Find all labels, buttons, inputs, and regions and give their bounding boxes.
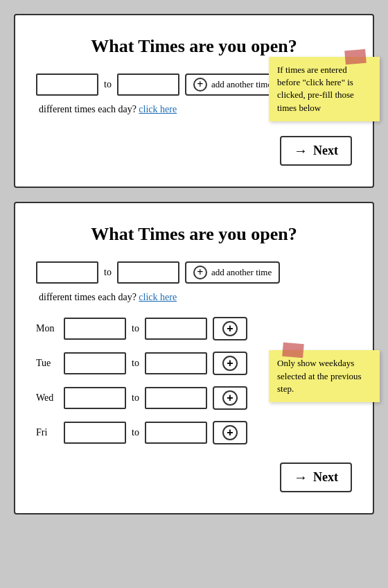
to-label-1: to [104, 79, 112, 90]
to-label-2: to [104, 267, 112, 278]
click-here-link-1[interactable]: click here [139, 104, 177, 114]
diff-times-text-2: different times each day? [39, 292, 136, 302]
panel-1-title: What Times are you open? [36, 36, 352, 57]
day-plus-icon-wed: + [222, 390, 238, 406]
day-from-input-fri[interactable] [64, 422, 126, 444]
plus-circle-icon-2: + [193, 266, 207, 279]
add-time-button-1[interactable]: + add another time [185, 74, 280, 96]
time-to-input-1[interactable] [117, 74, 179, 96]
sticky-note-2-text: Only show weekdays selected at the previ… [277, 358, 362, 393]
day-label-wed: Wed [36, 392, 58, 404]
day-to-input-wed[interactable] [145, 387, 207, 409]
next-arrow-icon-1: → [294, 143, 308, 159]
add-time-button-2[interactable]: + add another time [185, 261, 280, 284]
clearfix-2: → Next [36, 456, 352, 492]
day-to-label-wed: to [132, 392, 139, 404]
time-from-input-2[interactable] [36, 261, 98, 284]
day-plus-icon-tue: + [222, 356, 238, 371]
tape-decoration-2 [282, 343, 304, 358]
next-arrow-icon-2: → [294, 469, 308, 485]
time-to-input-2[interactable] [117, 261, 179, 284]
day-plus-icon-mon: + [222, 321, 238, 336]
panel-2-title: What Times are you open? [36, 224, 352, 245]
day-to-input-mon[interactable] [145, 318, 207, 340]
tape-decoration-1 [344, 49, 367, 65]
add-time-label-1: add another time [211, 79, 272, 90]
day-add-btn-wed[interactable]: + [213, 386, 247, 410]
day-label-tue: Tue [36, 358, 58, 369]
day-from-input-mon[interactable] [64, 318, 126, 340]
time-from-input-1[interactable] [36, 74, 98, 96]
day-to-label-mon: to [132, 323, 139, 334]
day-label-mon: Mon [36, 323, 58, 334]
diff-times-text-1: different times each day? [39, 104, 136, 114]
panel-2: Only show weekdays selected at the previ… [14, 202, 374, 514]
next-button-2[interactable]: → Next [280, 462, 352, 492]
clearfix-1: → Next [36, 129, 352, 166]
click-here-link-2[interactable]: click here [139, 292, 177, 302]
time-row-2: to + add another time [36, 261, 352, 284]
sticky-note-1: If times are entered before "click here"… [269, 57, 380, 121]
next-label-1: Next [313, 144, 338, 158]
day-row-fri: Fri to + [36, 421, 352, 444]
day-to-input-fri[interactable] [145, 422, 207, 444]
day-from-input-tue[interactable] [64, 352, 126, 374]
day-add-btn-tue[interactable]: + [213, 352, 247, 375]
diff-times-row-2: different times each day? click here [36, 292, 352, 303]
day-to-input-tue[interactable] [145, 352, 207, 374]
panel-1: If times are entered before "click here"… [14, 14, 374, 188]
add-time-label-2: add another time [211, 267, 272, 278]
sticky-note-1-text: If times are entered before "click here"… [277, 64, 354, 113]
day-plus-icon-fri: + [222, 425, 238, 440]
day-row-mon: Mon to + [36, 317, 352, 340]
day-add-btn-fri[interactable]: + [213, 421, 247, 444]
day-label-fri: Fri [36, 427, 58, 438]
day-from-input-wed[interactable] [64, 387, 126, 409]
sticky-note-2: Only show weekdays selected at the previ… [269, 350, 380, 402]
next-label-2: Next [313, 470, 338, 485]
day-to-label-tue: to [132, 358, 139, 369]
next-button-1[interactable]: → Next [280, 136, 352, 166]
plus-circle-icon-1: + [193, 78, 207, 92]
day-to-label-fri: to [132, 427, 139, 438]
day-add-btn-mon[interactable]: + [213, 317, 247, 340]
